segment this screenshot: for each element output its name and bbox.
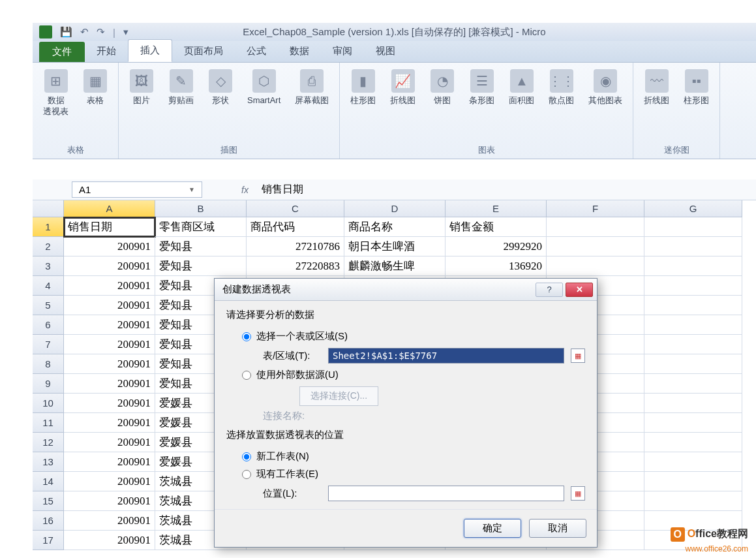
cell[interactable]: 200901	[64, 531, 155, 550]
cell[interactable]: 200901	[64, 511, 155, 531]
cell[interactable]: 商品名称	[344, 217, 446, 237]
cell[interactable]: 27210786	[247, 237, 344, 256]
column-header[interactable]: D	[344, 200, 446, 217]
ribbon-scatter-chart-button[interactable]: ⋮⋮散点图	[545, 67, 578, 109]
row-header[interactable]: 9	[33, 374, 64, 394]
cell[interactable]: 200901	[64, 256, 155, 276]
cell[interactable]: 爱知县	[155, 256, 247, 276]
ribbon-column-chart-button[interactable]: ▮柱形图	[346, 67, 380, 109]
radio-new-sheet-input[interactable]	[242, 452, 251, 461]
cell[interactable]: 麒麟激畅生啤	[344, 256, 446, 276]
ribbon-bar-chart-button[interactable]: ☰条形图	[465, 67, 498, 109]
ribbon-area-chart-button[interactable]: ▲面积图	[505, 67, 538, 109]
column-header[interactable]: C	[247, 200, 344, 217]
dialog-close-button[interactable]: ✕	[566, 283, 593, 297]
row-header[interactable]: 2	[33, 237, 64, 256]
cell[interactable]: 200901	[64, 394, 155, 413]
ribbon-sparkline-col-button[interactable]: ▪▪柱形图	[680, 67, 713, 109]
row-header[interactable]: 15	[33, 491, 64, 511]
range-input[interactable]	[328, 348, 564, 364]
fx-icon[interactable]: fx	[241, 185, 249, 195]
ribbon-shapes-button[interactable]: ◇形状	[204, 67, 237, 109]
cell[interactable]	[644, 374, 742, 394]
cell[interactable]: 200901	[64, 413, 155, 433]
cell[interactable]: 200901	[64, 315, 155, 335]
cell[interactable]	[547, 237, 644, 256]
row-header[interactable]: 12	[33, 433, 64, 452]
qat-redo-icon[interactable]: ↷	[97, 26, 105, 38]
column-header[interactable]: G	[644, 200, 742, 217]
select-all-corner[interactable]	[33, 200, 64, 217]
row-header[interactable]: 11	[33, 413, 64, 433]
row-header[interactable]: 8	[33, 354, 64, 374]
radio-select-range[interactable]: 选择一个表或区域(S)	[226, 328, 585, 345]
range-ref-button[interactable]: ▦	[571, 349, 585, 363]
cell[interactable]: 200901	[64, 296, 155, 315]
cell[interactable]	[644, 237, 742, 256]
cell[interactable]	[644, 217, 742, 237]
ribbon-other-chart-button[interactable]: ◉其他图表	[584, 67, 626, 109]
row-header[interactable]: 1	[33, 217, 64, 237]
cell[interactable]: 2992920	[446, 237, 547, 256]
cell[interactable]: 200901	[64, 354, 155, 374]
ribbon-screenshot-button[interactable]: ⎙屏幕截图	[291, 67, 333, 109]
ribbon-line-chart-button[interactable]: 📈折线图	[386, 67, 419, 109]
ribbon-pivot-button[interactable]: ⊞数据 透视表	[39, 67, 72, 120]
ok-button[interactable]: 确定	[464, 519, 521, 538]
cell[interactable]: 销售金额	[446, 217, 547, 237]
radio-existing-sheet[interactable]: 现有工作表(E)	[226, 465, 585, 483]
ribbon-pie-chart-button[interactable]: ◔饼图	[426, 67, 459, 109]
tab-file[interactable]: 文件	[39, 42, 85, 62]
cell[interactable]: 200901	[64, 452, 155, 472]
ribbon-smartart-button[interactable]: ⬡SmartArt	[243, 67, 284, 109]
tab-formulas[interactable]: 公式	[235, 40, 278, 62]
cell[interactable]	[644, 354, 742, 374]
name-box[interactable]: A1 ▼	[72, 181, 202, 198]
cell[interactable]	[644, 394, 742, 413]
row-header[interactable]: 4	[33, 276, 64, 296]
qat-save-icon[interactable]: 💾	[60, 26, 72, 38]
radio-external-input[interactable]	[242, 371, 251, 380]
row-header[interactable]: 3	[33, 256, 64, 276]
ribbon-sparkline-line-button[interactable]: 〰折线图	[640, 67, 673, 109]
ribbon-table-button[interactable]: ▦表格	[79, 67, 112, 109]
cell[interactable]	[547, 256, 644, 276]
cell[interactable]: 零售商区域	[155, 217, 247, 237]
cell[interactable]: 27220883	[247, 256, 344, 276]
cell[interactable]	[644, 335, 742, 354]
cell[interactable]	[644, 452, 742, 472]
cell[interactable]	[644, 315, 742, 335]
cancel-button[interactable]: 取消	[529, 519, 586, 538]
dialog-help-button[interactable]: ?	[536, 283, 563, 297]
column-header[interactable]: A	[64, 200, 155, 217]
radio-existing-sheet-input[interactable]	[242, 470, 251, 479]
cell[interactable]: 200901	[64, 472, 155, 491]
ribbon-clipart-button[interactable]: ✎剪贴画	[164, 67, 198, 109]
column-header[interactable]: F	[547, 200, 644, 217]
row-header[interactable]: 6	[33, 315, 64, 335]
cell[interactable]: 商品代码	[247, 217, 344, 237]
qat-dropdown-icon[interactable]: ▾	[123, 26, 129, 38]
tab-layout[interactable]: 页面布局	[172, 40, 235, 62]
dialog-titlebar[interactable]: 创建数据透视表 ? ✕	[215, 279, 597, 301]
cell[interactable]: 销售日期	[64, 217, 155, 237]
cell[interactable]: 朝日本生啤酒	[344, 237, 446, 256]
radio-external[interactable]: 使用外部数据源(U)	[226, 366, 585, 384]
qat-undo-icon[interactable]: ↶	[80, 26, 89, 38]
cell[interactable]	[644, 296, 742, 315]
cell[interactable]: 136920	[446, 256, 547, 276]
row-header[interactable]: 16	[33, 511, 64, 531]
location-ref-button[interactable]: ▦	[571, 486, 585, 501]
formula-value[interactable]: 销售日期	[262, 183, 303, 196]
cell[interactable]: 200901	[64, 433, 155, 452]
cell[interactable]: 200901	[64, 491, 155, 511]
column-header[interactable]: E	[446, 200, 547, 217]
cell[interactable]: 200901	[64, 276, 155, 296]
cell[interactable]: 爱知县	[155, 237, 247, 256]
row-header[interactable]: 14	[33, 472, 64, 491]
name-box-dropdown-icon[interactable]: ▼	[189, 186, 195, 193]
radio-select-range-input[interactable]	[242, 332, 251, 341]
tab-view[interactable]: 视图	[364, 40, 407, 62]
cell[interactable]	[644, 433, 742, 452]
tab-home[interactable]: 开始	[85, 40, 128, 62]
